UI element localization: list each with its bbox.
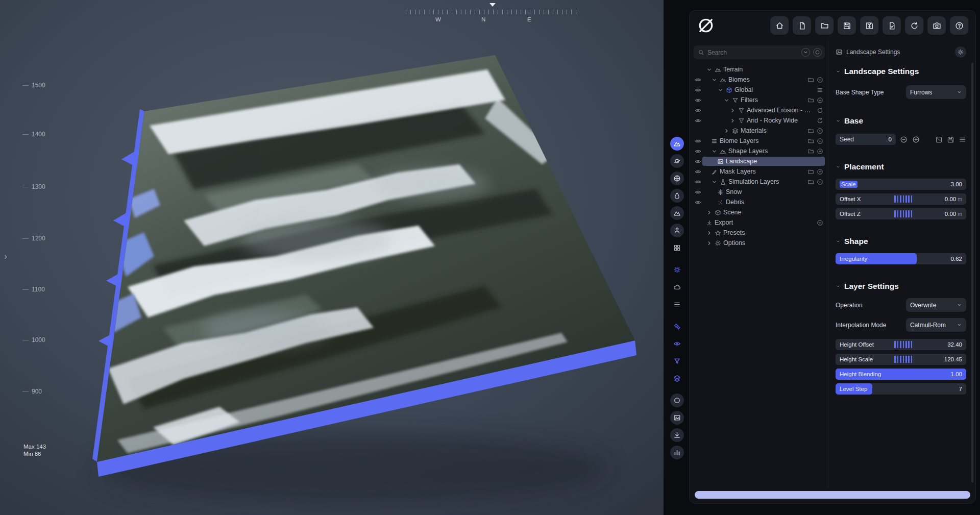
chevron-down-icon[interactable] — [711, 148, 718, 155]
chevron-down-icon[interactable] — [706, 66, 713, 73]
tree-row-debris[interactable]: Debris — [694, 197, 825, 207]
chevron-right-icon[interactable] — [723, 128, 730, 134]
add-icon[interactable] — [817, 128, 823, 134]
record-button[interactable] — [670, 394, 684, 407]
filter-button[interactable] — [670, 354, 684, 368]
tree-row-mask-layers[interactable]: Mask Layers — [694, 166, 825, 177]
chevron-right-icon[interactable] — [706, 209, 713, 216]
folder-icon[interactable] — [807, 77, 814, 83]
eye-icon[interactable] — [695, 179, 701, 185]
add-icon[interactable] — [817, 179, 823, 185]
chevron-right-icon[interactable] — [729, 117, 736, 124]
interpolation-mode-select[interactable]: Catmull-Rom — [906, 318, 966, 332]
tree-row-filters[interactable]: Filters — [694, 95, 825, 105]
eye-icon[interactable] — [695, 87, 701, 93]
tree-row-scene[interactable]: Scene — [694, 207, 825, 217]
section-shape[interactable]: Shape — [836, 237, 966, 246]
sync-icon[interactable] — [817, 107, 823, 114]
visibility-button[interactable] — [670, 337, 684, 351]
add-icon[interactable] — [817, 168, 823, 175]
eye-icon[interactable] — [695, 199, 701, 206]
tree-row-options[interactable]: Options — [694, 238, 825, 248]
folder-icon[interactable] — [807, 168, 814, 175]
scale-slider[interactable]: Scale 3.00 — [836, 179, 966, 190]
search-filter-button[interactable] — [813, 48, 822, 57]
tree-row-advanced-erosion[interactable]: Advanced Erosion - Se... — [694, 105, 825, 115]
seed-list-icon[interactable] — [959, 136, 966, 143]
level-step-slider[interactable]: Level Step 7 — [836, 383, 966, 395]
left-panel-expand-handle[interactable]: › — [4, 251, 7, 262]
chevron-right-icon[interactable] — [706, 240, 713, 247]
cloud-toggle-button[interactable] — [670, 280, 684, 294]
sync-button[interactable] — [905, 16, 923, 35]
export-view-button[interactable] — [670, 428, 684, 442]
seed-increment-button[interactable] — [911, 135, 920, 144]
eye-icon[interactable] — [695, 117, 701, 124]
search-scope-button[interactable] — [801, 48, 810, 57]
tree-row-presets[interactable]: Presets — [694, 228, 825, 238]
folder-icon[interactable] — [807, 97, 814, 104]
section-landscape-settings[interactable]: Landscape Settings — [836, 67, 966, 76]
screenshot-button[interactable] — [927, 16, 946, 35]
tree-row-shape-layers[interactable]: Shape Layers — [694, 146, 825, 156]
render-settings-button[interactable] — [670, 263, 684, 277]
eye-icon[interactable] — [695, 189, 701, 195]
search-input[interactable] — [707, 49, 798, 56]
tree-row-simulation-layers[interactable]: Simulation Layers — [694, 177, 825, 187]
eye-icon[interactable] — [695, 97, 701, 104]
planet-view-button[interactable] — [670, 154, 684, 168]
layers-button[interactable] — [670, 372, 684, 385]
height-scale-slider[interactable]: Height Scale 120.45 — [836, 354, 966, 365]
list-view-button[interactable] — [670, 298, 684, 311]
offset-x-slider[interactable]: Offset X 0.00m — [836, 193, 966, 205]
randomize-dice-icon[interactable] — [935, 136, 943, 143]
eye-icon[interactable] — [695, 148, 701, 155]
save-incremental-button[interactable] — [860, 16, 878, 35]
tree-row-global[interactable]: Global — [694, 85, 825, 95]
eye-icon[interactable] — [695, 158, 701, 165]
folder-icon[interactable] — [807, 179, 814, 185]
tree-row-snow[interactable]: Snow — [694, 187, 825, 197]
tree-row-export[interactable]: Export — [694, 217, 825, 228]
section-base[interactable]: Base — [836, 116, 966, 126]
chevron-right-icon[interactable] — [706, 230, 713, 236]
section-layer-settings[interactable]: Layer Settings — [836, 282, 966, 291]
sync-icon[interactable] — [817, 117, 823, 124]
chevron-down-icon[interactable] — [711, 77, 718, 83]
chevron-right-icon[interactable] — [729, 107, 736, 114]
add-icon[interactable] — [817, 77, 823, 83]
open-folder-button[interactable] — [815, 16, 834, 35]
progress-bar[interactable] — [695, 491, 970, 499]
tree-row-arid-rocky-wide[interactable]: Arid - Rocky Wide — [694, 115, 825, 126]
add-icon[interactable] — [817, 138, 823, 144]
tree-row-biome-layers[interactable]: Biome Layers — [694, 136, 825, 146]
eye-icon[interactable] — [695, 138, 701, 144]
mountains-view-button[interactable] — [670, 206, 684, 220]
layers-stack-icon[interactable] — [817, 87, 823, 93]
add-icon[interactable] — [817, 97, 823, 104]
stats-button[interactable] — [670, 446, 684, 459]
chevron-down-icon[interactable] — [723, 97, 730, 104]
height-blending-slider[interactable]: Height Blending 1.00 — [836, 369, 966, 380]
export-file-button[interactable] — [883, 16, 901, 35]
snapshot-button[interactable] — [670, 411, 684, 425]
base-shape-type-select[interactable]: Furrows — [906, 85, 966, 99]
tree-row-terrain[interactable]: Terrain — [694, 64, 825, 75]
add-icon[interactable] — [817, 148, 823, 155]
folder-icon[interactable] — [807, 138, 814, 144]
chevron-down-icon[interactable] — [717, 87, 724, 93]
tree-row-biomes[interactable]: Biomes — [694, 75, 825, 85]
grid-toggle-button[interactable] — [670, 241, 684, 255]
new-file-button[interactable] — [793, 16, 811, 35]
eye-icon[interactable] — [695, 168, 701, 175]
add-icon[interactable] — [817, 219, 823, 226]
section-placement[interactable]: Placement — [836, 162, 966, 171]
home-button[interactable] — [770, 16, 789, 35]
character-scale-button[interactable] — [670, 224, 684, 237]
terrain-view-button[interactable] — [670, 137, 684, 151]
viewport-3d[interactable]: W N E 1500 1400 1300 1200 1100 1000 900 … — [0, 0, 664, 515]
terrain-render[interactable] — [0, 0, 664, 515]
help-button[interactable] — [950, 16, 968, 35]
water-view-button[interactable] — [670, 189, 684, 203]
eye-icon[interactable] — [695, 107, 701, 114]
